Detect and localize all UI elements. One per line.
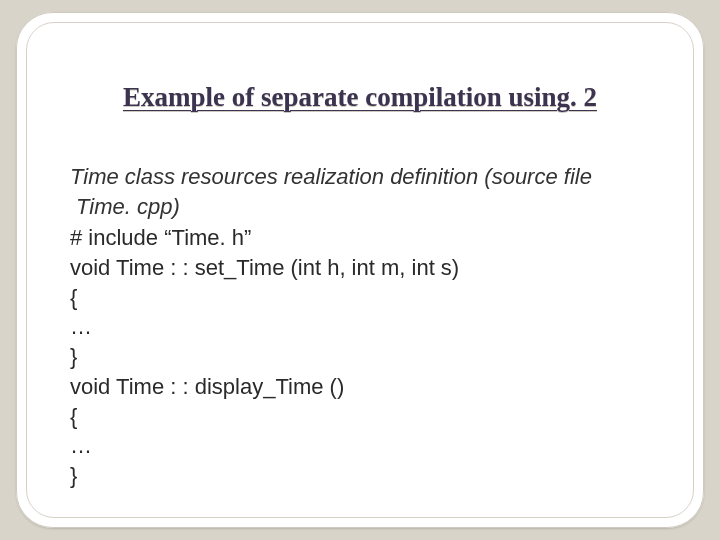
code-line: void Time : : display_Time () bbox=[70, 372, 650, 402]
slide-frame: Example of separate compilation using. 2… bbox=[16, 12, 704, 528]
slide-title: Example of separate compilation using. 2 bbox=[16, 82, 704, 113]
code-line: } bbox=[70, 461, 650, 491]
code-line: # include “Time. h” bbox=[70, 223, 650, 253]
code-line: } bbox=[70, 342, 650, 372]
code-line: { bbox=[70, 402, 650, 432]
slide-description: Time class resources realization definit… bbox=[70, 162, 650, 221]
code-line: … bbox=[70, 431, 650, 461]
code-line: … bbox=[70, 312, 650, 342]
code-line: { bbox=[70, 283, 650, 313]
code-line: void Time : : set_Time (int h, int m, in… bbox=[70, 253, 650, 283]
slide-body: Time class resources realization definit… bbox=[70, 162, 650, 491]
